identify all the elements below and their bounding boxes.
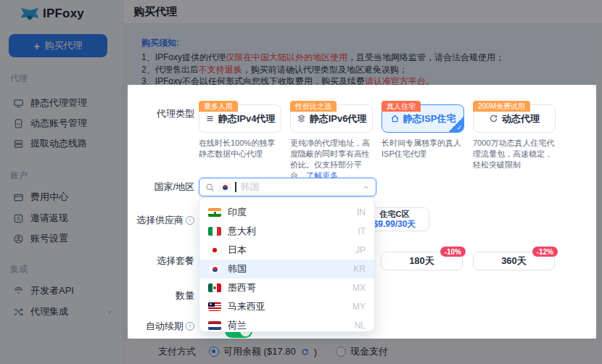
- api-antenna-icon: [13, 286, 24, 297]
- dropdown-item-malaysia[interactable]: 马来西亚 MY: [199, 297, 374, 316]
- account-settings-icon: [13, 233, 24, 244]
- search-icon: [205, 183, 215, 192]
- sidebar-item-static-proxy[interactable]: 静态代理管理: [0, 94, 123, 112]
- flag-jp-icon: [208, 246, 221, 255]
- chevron-down-icon[interactable]: [106, 308, 113, 315]
- flag-in-icon: [208, 208, 221, 217]
- package-label: 选择套餐: [128, 255, 194, 268]
- supplier-label: 选择供应商i: [128, 214, 194, 227]
- flag-mx-icon: [208, 284, 221, 292]
- top-header: 购买代理: [123, 0, 602, 24]
- notice-title: 购买须知:: [141, 37, 585, 49]
- notice-line: 2、代理售出后不支持退换，购买前请确认代理类型及地区避免误购；: [141, 64, 585, 76]
- card-badge: 200M免费试用: [473, 101, 530, 112]
- app-logo[interactable]: IPFoxy: [20, 7, 84, 21]
- flag-icon: [208, 197, 221, 198]
- ipfoxy-fox-icon: [20, 7, 39, 21]
- radio-selected-icon[interactable]: [209, 347, 219, 357]
- dropdown-item-india[interactable]: 印度 IN: [199, 203, 374, 222]
- dropdown-item-clipped[interactable]: [199, 197, 374, 203]
- dynamic-refresh-icon: [489, 114, 498, 123]
- payment-option-cash[interactable]: 现金支付: [336, 345, 388, 358]
- card-desc: 更纯净的代理地址，高度隐蔽的同时享有高性价比。仅支持部分平台。了解更多: [290, 138, 373, 181]
- flag-kr-icon: [208, 265, 221, 273]
- quantity-label: 数量: [128, 289, 194, 302]
- server-rack-icon: [205, 114, 215, 123]
- sidebar-section-integration: 集成: [10, 263, 28, 276]
- sidebar-item-billing-center[interactable]: 费用中心: [0, 189, 123, 206]
- sidebar-item-invite-rebate[interactable]: S 邀请返现: [0, 210, 123, 227]
- buy-proxy-button[interactable]: + 购买代理: [9, 34, 107, 57]
- sidebar-item-dynamic-account[interactable]: 动态账号管理: [0, 115, 123, 132]
- integration-icon: [13, 307, 24, 318]
- dropdown-item-korea[interactable]: 韩国 KR: [199, 260, 374, 278]
- auto-renew-label: 自动续期i: [128, 320, 194, 333]
- flag-nl-icon: [208, 321, 221, 330]
- info-icon[interactable]: i: [186, 216, 194, 225]
- dropdown-item-netherlands[interactable]: 荷兰 NL: [199, 316, 374, 332]
- billing-card-icon: [13, 192, 24, 203]
- country-dropdown: 印度 IN 意大利 IT 日本 JP 韩国 KR 墨西哥 MX: [199, 197, 375, 332]
- sidebar-item-proxy-integration[interactable]: 代理集成: [0, 303, 123, 320]
- card-badge: 最多人用: [199, 101, 238, 112]
- modal-backdrop: [596, 85, 602, 339]
- region-ghost-value: 韩国: [241, 181, 260, 194]
- card-badge: 真人住宅: [382, 101, 421, 112]
- sidebar-item-account-settings[interactable]: 账号设置: [0, 230, 123, 247]
- region-search-input[interactable]: 韩国: [199, 178, 376, 197]
- dropdown-item-italy[interactable]: 意大利 IT: [199, 222, 374, 241]
- refresh-balance-icon[interactable]: [301, 348, 309, 356]
- text-cursor: [235, 182, 236, 192]
- card-badge: 性价比之选: [290, 101, 337, 112]
- info-icon[interactable]: i: [186, 322, 194, 331]
- purchase-form-panel: 代理类型 最多人用 静态IPv4代理 在线时长100%的独享静态数据中心代理 性…: [128, 85, 596, 339]
- region-label: 国家/地区: [128, 181, 194, 194]
- package-option-180[interactable]: 180天 -10%: [381, 252, 463, 270]
- list-extract-icon: [13, 138, 24, 149]
- logo-text: IPFoxy: [43, 7, 84, 21]
- layers-icon: [297, 114, 306, 123]
- dropdown-item-mexico[interactable]: 墨西哥 MX: [199, 278, 374, 297]
- sidebar: IPFoxy + 购买代理 代理 静态代理管理 动态账号管理 提取动态线路 账户…: [0, 0, 123, 364]
- flag-it-icon: [208, 227, 221, 236]
- selected-corner: ✓: [448, 117, 463, 132]
- sidebar-item-extract-lines[interactable]: 提取动态线路: [0, 135, 123, 152]
- radio-unselected-icon[interactable]: [336, 347, 346, 357]
- chevron-up-icon[interactable]: [362, 183, 370, 191]
- payment-option-balance[interactable]: 可用余额 ($17.80 ): [209, 345, 317, 358]
- card-desc: 长时间专属独享的真人ISP住宅代理: [382, 138, 464, 160]
- package-option-360[interactable]: 360天 -12%: [473, 252, 555, 270]
- payment-label: 支付方式: [158, 345, 196, 358]
- invite-gift-icon: S: [13, 213, 24, 224]
- plus-icon: +: [34, 41, 41, 51]
- notice-line: 1、IPFoxy提供的代理仅限在中国大陆以外的地区使用，且受当地网络监管，请合法…: [141, 51, 585, 64]
- payment-footer: 支付方式 可用余额 ($17.80 ) 现金支付: [123, 339, 602, 364]
- clipped-glyphs: [228, 197, 265, 199]
- sim-card-icon: [13, 118, 24, 129]
- sidebar-section-proxy: 代理: [10, 73, 28, 85]
- svg-text:S: S: [17, 215, 20, 222]
- page-title: 购买代理: [133, 0, 177, 22]
- card-desc: 在线时长100%的独享静态数据中心代理: [199, 138, 281, 160]
- sidebar-item-developer-api[interactable]: 开发者API: [0, 282, 123, 299]
- dropdown-item-japan[interactable]: 日本 JP: [199, 241, 374, 260]
- sidebar-section-account: 账户: [10, 170, 28, 182]
- flag-my-icon: [208, 302, 221, 311]
- discount-badge: -10%: [440, 247, 466, 257]
- proxy-type-label: 代理类型: [128, 107, 194, 120]
- check-icon: ✓: [456, 124, 462, 131]
- flag-kr-icon: [219, 183, 231, 191]
- discount-badge: -12%: [532, 247, 558, 257]
- card-desc: 7000万动态真人住宅代理流量包，高速稳定，轻松突破限制: [473, 138, 556, 170]
- home-icon: [390, 114, 400, 123]
- page: IPFoxy + 购买代理 代理 静态代理管理 动态账号管理 提取动态线路 账户…: [0, 0, 602, 364]
- purchase-notice: 购买须知: 1、IPFoxy提供的代理仅限在中国大陆以外的地区使用，且受当地网络…: [133, 32, 593, 93]
- monitor-icon: [13, 98, 24, 109]
